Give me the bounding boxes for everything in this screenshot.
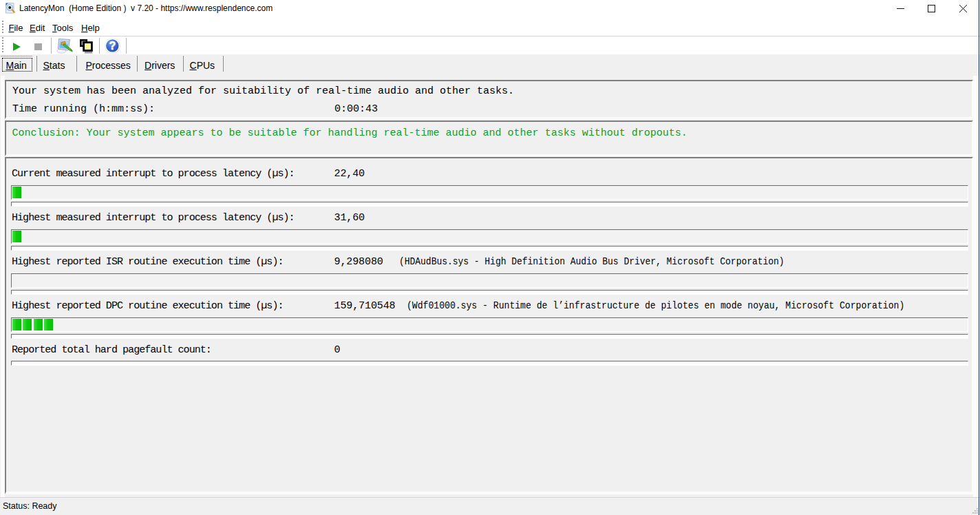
svg-text:?: ? — [109, 40, 116, 52]
